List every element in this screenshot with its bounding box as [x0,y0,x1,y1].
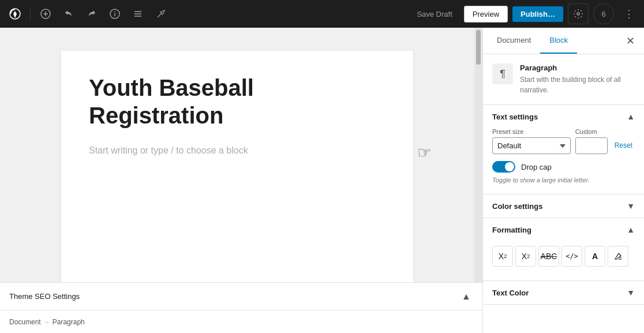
scrollbar-thumb[interactable] [476,30,481,65]
clear-formatting-button[interactable] [608,246,628,267]
paragraph-symbol: ¶ [500,68,506,80]
text-settings-title: Text settings [492,113,538,121]
editor-title[interactable]: Youth Baseball Registration [89,74,385,129]
sidebar-tabs: Document Block ✕ [483,28,644,54]
text-color-header[interactable]: Text Color ▼ [483,281,644,304]
breadcrumb-document[interactable]: Document [9,318,41,326]
block-description: Paragraph Start with the building block … [520,63,635,95]
formatting-section: Formatting ▲ X2 X2 ABC </> A [483,218,644,281]
custom-size-input[interactable] [575,137,608,154]
info-button[interactable] [104,3,125,24]
editor-canvas[interactable]: Youth Baseball Registration Start writin… [61,51,413,282]
list-view-button[interactable] [128,3,148,24]
inline-code-button[interactable]: </> [561,246,582,267]
subscript-button[interactable]: X2 [515,246,536,267]
block-paragraph-icon: ¶ [492,63,513,84]
toolbar-divider [30,7,31,21]
wp-logo[interactable] [5,3,25,24]
editor-area: Youth Baseball Registration Start writin… [0,28,482,333]
text-color-title: Text Color [492,289,529,297]
editor-scroll[interactable]: Youth Baseball Registration Start writin… [0,28,474,282]
cursor-icon: ☞ [417,143,432,162]
tab-block[interactable]: Block [540,28,577,54]
main-area: Youth Baseball Registration Start writin… [0,28,644,333]
breadcrumb-separator: → [43,318,50,326]
drop-cap-label: Drop cap [521,163,552,171]
breadcrumb: Document → Paragraph [0,310,482,333]
text-settings-section: Text settings ▲ Preset size Default Cust… [483,105,644,194]
svg-point-6 [114,12,115,13]
formatting-header[interactable]: Formatting ▲ [483,218,644,241]
color-settings-section: Color settings ▼ [483,194,644,218]
preset-size-select[interactable]: Default [492,137,571,154]
user-button[interactable]: 6 [593,3,614,24]
drop-cap-row: Drop cap [492,161,635,173]
block-desc-text: Start with the building block of all nar… [520,74,635,95]
sidebar: Document Block ✕ ¶ Paragraph Start with … [482,28,644,333]
drop-cap-hint: Toggle to show a large initial letter. [492,176,635,185]
breadcrumb-block[interactable]: Paragraph [53,318,85,326]
color-settings-title: Color settings [492,202,542,211]
more-options-button[interactable]: ⋮ [619,3,639,24]
block-info: ¶ Paragraph Start with the building bloc… [483,54,644,105]
undo-button[interactable] [58,3,79,24]
preset-size-label: Preset size [492,128,571,135]
strikethrough-button[interactable]: ABC [538,246,559,267]
formatting-body: X2 X2 ABC </> A [483,241,644,280]
tools-button[interactable] [151,3,171,24]
custom-label: Custom [575,128,608,135]
editor-placeholder: Start writing or type / to choose a bloc… [89,143,385,158]
text-settings-body: Preset size Default Custom Reset Drop ca… [483,128,644,194]
sidebar-close-button[interactable]: ✕ [621,30,639,52]
formatting-chevron-icon: ▲ [627,225,635,234]
text-settings-chevron-icon: ▲ [627,112,635,121]
preview-button[interactable]: Preview [464,6,508,23]
block-title: Paragraph [520,63,635,72]
tab-document[interactable]: Document [488,28,540,54]
text-color-chevron-icon: ▼ [627,288,635,297]
user-count: 6 [601,10,605,18]
save-draft-button[interactable]: Save Draft [410,6,459,22]
text-settings-header[interactable]: Text settings ▲ [483,105,644,128]
drop-cap-toggle[interactable] [492,161,515,173]
add-block-button[interactable] [35,3,56,24]
settings-button[interactable] [568,3,589,24]
keyboard-button[interactable]: A [585,246,605,267]
color-settings-chevron-icon: ▼ [627,201,635,211]
seo-settings-bar: Theme SEO Settings ▲ [0,282,482,310]
editor-body[interactable]: Start writing or type / to choose a bloc… [89,143,385,158]
formatting-title: Formatting [492,226,531,234]
seo-toggle-button[interactable]: ▲ [459,290,473,304]
superscript-button[interactable]: X2 [492,246,513,267]
publish-button[interactable]: Publish… [512,6,563,22]
toolbar: Save Draft Preview Publish… 6 ⋮ [0,0,644,28]
editor-scrollbar[interactable] [474,28,482,282]
seo-settings-label: Theme SEO Settings [9,292,80,301]
color-settings-header[interactable]: Color settings ▼ [483,194,644,218]
redo-button[interactable] [81,3,102,24]
svg-point-10 [577,13,579,15]
formatting-icons-row: X2 X2 ABC </> A [492,241,635,271]
reset-button[interactable]: Reset [612,141,635,149]
sidebar-content: ¶ Paragraph Start with the building bloc… [483,54,644,333]
text-color-section: Text Color ▼ [483,281,644,305]
